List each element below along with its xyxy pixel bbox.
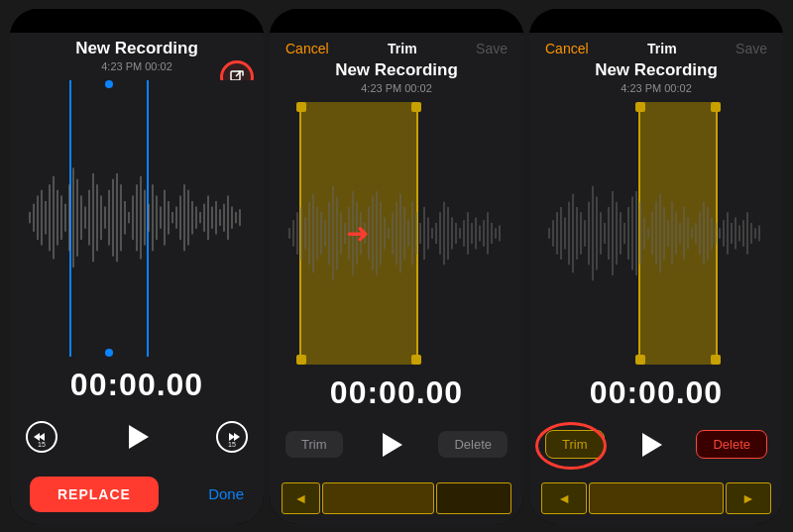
film-item-3 (436, 482, 511, 514)
time-big-2: 00:00.00 (270, 374, 523, 411)
film-arrow-left: ◄ (294, 490, 308, 506)
film-item-3-2 (589, 482, 723, 514)
done-button[interactable]: Done (208, 485, 244, 502)
handle-top-blue[interactable] (105, 80, 113, 88)
nav-title-2: Trim (388, 41, 417, 56)
notch-1 (97, 9, 176, 25)
recording-meta-3: 4:23 PM 00:02 (541, 82, 771, 94)
trim-btn-wrapper: Trim (545, 430, 605, 459)
waveform-area-3: 00:00 00:01 (529, 102, 783, 365)
status-bar-2 (270, 9, 523, 33)
bottom-action-1: REPLACE Done (10, 469, 264, 524)
delete-btn-3[interactable]: Delete (696, 430, 767, 459)
cancel-btn-2[interactable]: Cancel (282, 39, 333, 58)
waveform-area-1: 00:00 00:01 (10, 80, 264, 357)
replace-button[interactable]: REPLACE (30, 477, 159, 512)
handle-bottom-right-2[interactable] (411, 355, 421, 365)
film-arrow-right-3: ► (741, 490, 755, 506)
header-3: Cancel Trim Save New Recording 4:23 PM 0… (529, 33, 783, 102)
red-arrow: ➜ (346, 217, 369, 250)
handle-bottom-left-2[interactable] (296, 355, 306, 365)
panel-1: New Recording 4:23 PM 00:02 (10, 9, 264, 524)
recording-title-2: New Recording (282, 60, 511, 80)
play-btn-1[interactable] (115, 415, 159, 459)
handle-bottom-blue[interactable] (105, 349, 113, 357)
cancel-btn-3[interactable]: Cancel (541, 39, 593, 58)
nav-row-2: Cancel Trim Save (282, 39, 511, 58)
header-1: New Recording 4:23 PM 00:02 (10, 33, 264, 80)
save-btn-3[interactable]: Save (732, 39, 771, 58)
recording-title-1: New Recording (22, 39, 252, 58)
forward-label: 15 (228, 441, 236, 448)
panel-3: Cancel Trim Save New Recording 4:23 PM 0… (529, 9, 783, 524)
nav-title-3: Trim (647, 41, 677, 56)
handle-bottom-left-3[interactable] (635, 355, 645, 365)
film-item-3-1: ◄ (541, 482, 587, 514)
play-icon-2 (383, 433, 402, 457)
time-display-3: 00:00.00 (529, 365, 783, 417)
controls-row-2: Trim Delete (270, 417, 523, 477)
handle-top-right-3[interactable] (711, 102, 721, 112)
time-big-3: 00:00.00 (529, 374, 783, 411)
time-display-2: 00:00.00 (270, 365, 523, 417)
waveform-area-2: ➜ (270, 102, 523, 365)
waveform-svg-1 (10, 135, 264, 300)
nav-row-3: Cancel Trim Save (541, 39, 771, 58)
controls-row-3: Trim Delete (529, 417, 783, 477)
film-item-1: ◄ (282, 482, 320, 514)
handle-bottom-right-3[interactable] (711, 355, 721, 365)
waveform-container-2: ➜ (270, 102, 523, 365)
waveform-svg-2 (270, 155, 523, 312)
waveform-container-1 (10, 80, 264, 357)
film-strip-3: ◄ ► (529, 477, 783, 524)
handle-top-left-2[interactable] (296, 102, 306, 112)
panel-2: Cancel Trim Save New Recording 4:23 PM 0… (270, 9, 523, 524)
rewind-label: 15 (38, 441, 46, 448)
film-item-3-3: ► (726, 482, 771, 514)
status-bar-3 (529, 9, 783, 33)
play-icon-1 (129, 425, 149, 449)
save-btn-2[interactable]: Save (472, 39, 511, 58)
film-strip-2: ◄ (270, 477, 523, 524)
rewind-btn-1[interactable]: 15 (26, 421, 57, 453)
trim-btn-2[interactable]: Trim (285, 431, 343, 458)
film-arrow-left-3: ◄ (557, 490, 571, 506)
recording-meta-2: 4:23 PM 00:02 (282, 82, 511, 94)
notch-2 (357, 9, 436, 25)
recording-meta-1: 4:23 PM 00:02 (22, 60, 252, 72)
handle-top-left-3[interactable] (635, 102, 645, 112)
waveform-svg-3 (529, 155, 783, 312)
waveform-container-3 (529, 102, 783, 365)
handle-top-right-2[interactable] (411, 102, 421, 112)
time-big-1: 00:00.00 (10, 367, 264, 403)
film-item-2 (322, 482, 434, 514)
controls-row-1: 15 15 (10, 409, 264, 469)
delete-btn-2[interactable]: Delete (438, 431, 508, 458)
play-btn-3[interactable] (628, 423, 672, 467)
forward-btn-1[interactable]: 15 (216, 421, 248, 453)
play-btn-2[interactable] (369, 423, 412, 467)
time-display-1: 00:00.00 (10, 357, 264, 409)
recording-title-3: New Recording (541, 60, 771, 80)
header-2: Cancel Trim Save New Recording 4:23 PM 0… (270, 33, 523, 102)
play-icon-3 (642, 433, 662, 457)
trim-btn-3[interactable]: Trim (545, 430, 605, 459)
notch-3 (617, 9, 696, 25)
status-bar-1 (10, 9, 264, 33)
